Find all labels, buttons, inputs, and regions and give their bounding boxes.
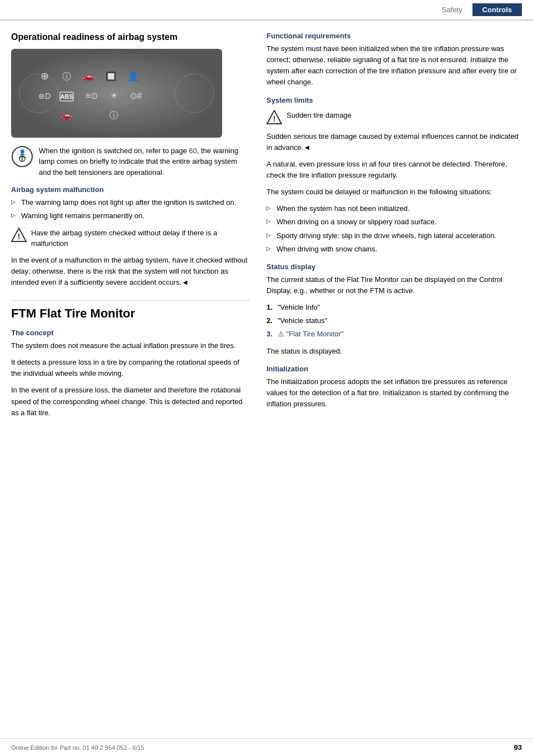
- functional-requirements-subtitle: Functional requirements: [266, 32, 522, 40]
- triangle-warning-icon: !: [11, 228, 27, 243]
- svg-text:👤: 👤: [19, 149, 26, 156]
- concept-body2: It detects a pressure loss in a tire by …: [11, 357, 250, 379]
- dashboard-image: ⊕ ⓘ 🚗 🔲 👤 ⊛D ABS ≡⊙ ☀ ⊙# 🚗 ⓘ: [11, 49, 222, 138]
- status-steps-list: 1. "Vehicle Info" 2. "Vehicle status" 3.…: [266, 302, 522, 340]
- malfunction-bullet-2: Warning light remains permanently on.: [11, 210, 250, 221]
- footer-online-text: Online Edition for Part no. 01 40 2 954 …: [11, 744, 144, 751]
- ignition-text: When the ignition is switched on, refer …: [39, 145, 250, 178]
- ignition-note: 👤 When the ignition is switched on, refe…: [11, 145, 250, 178]
- malfunction-bullet-list: The warning lamp does not light up after…: [11, 197, 250, 221]
- svg-text:≡⊙: ≡⊙: [86, 91, 98, 100]
- svg-text:🚗: 🚗: [83, 71, 94, 82]
- right-column: Functional requirements The system must …: [266, 32, 522, 424]
- warning-malfunction-text: Have the airbag system checked without d…: [31, 228, 250, 249]
- initialization-subtitle: Initialization: [266, 365, 522, 373]
- system-limits-body3: The system could be delayed or malfuncti…: [266, 187, 522, 198]
- status-step-3: 3. ⚠ "Flat Tire Monitor": [266, 329, 522, 340]
- warning-box-malfunction: ! Have the airbag system checked without…: [11, 228, 250, 249]
- page-number: 93: [514, 743, 522, 752]
- svg-text:⊙#: ⊙#: [130, 91, 142, 100]
- tab-controls[interactable]: Controls: [472, 3, 522, 16]
- malfunction-body: In the event of a malfunction in the air…: [11, 255, 250, 288]
- system-limits-bullet-list: When the system has not been initialized…: [266, 203, 522, 255]
- concept-body3: In the event of a pressure loss, the dia…: [11, 385, 250, 418]
- svg-text:!: !: [18, 232, 21, 241]
- page-footer: Online Edition for Part no. 01 40 2 954 …: [0, 738, 533, 756]
- svg-text:!: !: [273, 114, 276, 123]
- svg-text:👤: 👤: [128, 71, 139, 82]
- status-display-end: The status is displayed.: [266, 346, 522, 357]
- svg-text:🚗: 🚗: [61, 110, 72, 120]
- malfunction-bullet-1: The warning lamp does not light up after…: [11, 197, 250, 208]
- status-step-2: 2. "Vehicle status": [266, 315, 522, 326]
- svg-line-21: [22, 157, 26, 158]
- svg-text:⊛D: ⊛D: [38, 92, 51, 100]
- tab-safety[interactable]: Safety: [432, 3, 472, 16]
- system-limits-bullet-2: When driving on a snowy or slippery road…: [266, 216, 522, 228]
- status-display-body: The current status of the Flat Tire Moni…: [266, 274, 522, 296]
- system-limits-bullet-3: Sporty driving style: slip in the drive …: [266, 230, 522, 241]
- airbag-warning-icon: 👤: [11, 145, 33, 168]
- page-header: Safety Controls: [0, 0, 533, 21]
- page-link-60[interactable]: 60: [189, 147, 197, 155]
- svg-line-20: [19, 157, 22, 158]
- left-column: Operational readiness of airbag system ⊕…: [11, 32, 250, 424]
- system-limits-subtitle: System limits: [266, 96, 522, 104]
- concept-subtitle: The concept: [11, 329, 250, 337]
- ftm-title: FTM Flat Tire Monitor: [11, 300, 250, 321]
- concept-body1: The system does not measure the actual i…: [11, 340, 250, 351]
- system-limits-bullet-1: When the system has not been initialized…: [266, 203, 522, 214]
- svg-text:🔲: 🔲: [105, 71, 117, 82]
- airbag-title: Operational readiness of airbag system: [11, 32, 250, 43]
- header-tabs: Safety Controls: [432, 3, 522, 16]
- system-limits-warning-box: ! Sudden tire damage: [266, 110, 522, 125]
- functional-requirements-body: The system must have been initialized wh…: [266, 43, 522, 88]
- system-limits-warning-text: Sudden tire damage: [286, 110, 351, 121]
- system-limits-body1: Sudden serious tire damage caused by ext…: [266, 131, 522, 153]
- svg-text:ⓘ: ⓘ: [109, 110, 118, 120]
- system-limits-body2: A natural, even pressure loss in all fou…: [266, 159, 522, 181]
- svg-text:ABS: ABS: [60, 93, 73, 100]
- page-content: Operational readiness of airbag system ⊕…: [0, 21, 533, 446]
- airbag-malfunction-subtitle: Airbag system malfunction: [11, 185, 250, 194]
- system-limits-bullet-4: When driving with snow chains.: [266, 244, 522, 255]
- initialization-body: The initialization process adopts the se…: [266, 376, 522, 410]
- svg-text:ⓘ: ⓘ: [62, 72, 71, 81]
- status-step-1: 1. "Vehicle Info": [266, 302, 522, 313]
- system-limits-triangle-icon: !: [266, 110, 282, 125]
- svg-text:☀: ☀: [110, 91, 118, 100]
- status-display-subtitle: Status display: [266, 263, 522, 271]
